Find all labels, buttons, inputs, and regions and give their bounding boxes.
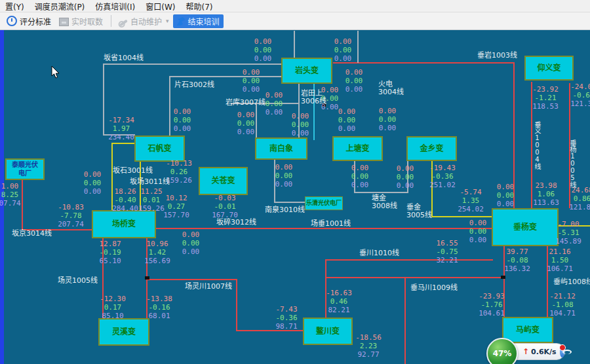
substation-shifan[interactable]: 石帆变 xyxy=(134,136,185,162)
reactive-power-value: 8.25 xyxy=(0,191,27,199)
toolbar-separator xyxy=(111,15,111,27)
substation-label: 南白象 xyxy=(269,144,293,154)
memory-sphere[interactable]: 47% xyxy=(486,338,518,364)
menu-bar: 置(Y)调度员潮流(P)仿真培训(I)窗口(W)帮助(7) xyxy=(0,0,590,12)
current-value: 0.00 xyxy=(229,128,263,136)
menu-item[interactable]: 置(Y) xyxy=(0,0,30,12)
menu-item[interactable]: 仿真培训(I) xyxy=(90,0,140,12)
substation-label: 石帆变 xyxy=(148,144,171,154)
flow-values: -7.00-5.31145.89 xyxy=(551,220,585,246)
reactive-power-value: 0.00 xyxy=(165,116,199,124)
substation-shangtang[interactable]: 上塘变 xyxy=(332,136,383,161)
substation-guancang[interactable]: 关苍变 xyxy=(199,167,248,195)
network-monitor-widget[interactable]: ↑ 0.6K/s 47% xyxy=(485,337,590,364)
substation-jinxiang[interactable]: 金乡变 xyxy=(406,136,457,161)
power-line-segment xyxy=(294,31,295,58)
current-value: 0.00 xyxy=(370,124,404,132)
current-value: 234.40 xyxy=(104,133,138,141)
flow-values: -17.341.97234.40 xyxy=(104,116,138,141)
reactive-power-value: 0.27 xyxy=(159,202,193,211)
reactive-power-value: 0.00 xyxy=(75,179,109,187)
current-value: 207.74 xyxy=(54,220,88,228)
flow-values: 10.120.27157.70 xyxy=(159,194,193,219)
active-power-value: -23.92 xyxy=(528,85,562,94)
substation-aochuan[interactable]: 鳌川变 xyxy=(303,318,353,345)
current-value: 0.00 xyxy=(343,181,377,189)
line-name-label: 垂金 3005线 xyxy=(406,204,432,219)
flow-values: -19.43-0.36251.02 xyxy=(425,164,460,189)
current-value: 98.71 xyxy=(269,322,304,331)
current-value: 121.38 xyxy=(566,100,590,108)
active-power-value: 1.00 xyxy=(0,182,27,191)
reactive-power-value: -0.60 xyxy=(566,91,590,100)
accelerate-ball-icon[interactable] xyxy=(560,346,564,357)
memory-percent: 47% xyxy=(493,349,512,358)
flow-values: -5.741.35254.02 xyxy=(454,188,488,213)
reactive-power-value: 0.00 xyxy=(234,77,268,85)
reactive-power-value: -0.19 xyxy=(93,248,127,257)
reactive-power-value: -7.78 xyxy=(54,211,88,220)
active-power-value: -7.00 xyxy=(551,220,585,228)
substation-chuiyang[interactable]: 垂杨变 xyxy=(492,208,559,246)
power-line-segment xyxy=(156,228,493,229)
current-value: 07.74 xyxy=(0,199,27,208)
flow-values: 0.000.000.00 xyxy=(174,230,208,256)
substation-taishun-pv[interactable]: 泰顺光伏电厂 xyxy=(5,158,45,180)
power-line-segment xyxy=(354,192,408,193)
flow-values: 0.000.000.00 xyxy=(388,164,422,190)
substation-nanbaixiang[interactable]: 南白象 xyxy=(255,137,307,160)
power-line-segment xyxy=(431,216,493,217)
substation-lingxi[interactable]: 灵溪变 xyxy=(98,318,149,346)
chevron-down-icon[interactable]: ▾ xyxy=(166,18,169,24)
reactive-power-value: 0.00 xyxy=(174,239,208,247)
menu-item[interactable]: 帮助(7) xyxy=(180,0,218,12)
active-power-value: 0.00 xyxy=(246,37,280,46)
line-name-label: 南泉3010线 xyxy=(265,206,305,214)
end-training-icon xyxy=(177,17,186,26)
active-power-value: -17.34 xyxy=(104,116,138,124)
flow-values: 0.000.000.00 xyxy=(488,183,522,208)
substation-yangyi[interactable]: 仰义变 xyxy=(524,56,574,81)
reactive-power-value: 0.86 xyxy=(565,194,590,203)
substation-changqiao[interactable]: 场桥变 xyxy=(92,210,156,238)
reactive-power-value: 0.00 xyxy=(229,119,263,128)
clock-icon xyxy=(7,16,17,26)
reactive-power-value: -1.76 xyxy=(475,300,509,309)
active-power-value: 0.00 xyxy=(388,164,422,173)
power-line-segment xyxy=(103,64,283,65)
current-value: 0.00 xyxy=(165,124,199,133)
current-value: 0.00 xyxy=(388,181,422,190)
current-value: 118.53 xyxy=(528,102,562,111)
current-value: 82.21 xyxy=(322,306,356,314)
toolbar-button[interactable]: 自动维护▾ xyxy=(115,14,173,28)
line-name-label: 垂川1010线 xyxy=(359,249,399,257)
menu-item[interactable]: 窗口(W) xyxy=(140,0,180,12)
substation-yantou[interactable]: 岩头变 xyxy=(281,58,332,84)
substation-label: 仰义变 xyxy=(537,64,560,73)
network-speed: 0.6K/s xyxy=(531,348,557,356)
current-value: 0.00 xyxy=(267,180,301,189)
active-power-value: 0.00 xyxy=(488,183,522,191)
power-line-segment xyxy=(501,276,505,279)
flow-values: 21.161.50106.71 xyxy=(543,247,577,273)
substation-yueqing-pv[interactable]: 乐清光伏电厂 xyxy=(305,196,343,210)
menu-item[interactable]: 调度员潮流(P) xyxy=(30,0,90,12)
active-power-value: 21.16 xyxy=(543,247,577,256)
current-value: 0.00 xyxy=(246,54,280,63)
reactive-power-value: 2.23 xyxy=(351,342,385,350)
flow-values: 1.008.2507.74 xyxy=(0,182,27,208)
active-power-value: 0.00 xyxy=(234,68,268,77)
line-name-label: 坂场3011线 xyxy=(130,178,170,186)
reactive-power-value: 1.35 xyxy=(454,196,488,205)
toolbar-button[interactable]: 评分标准 xyxy=(3,14,55,28)
active-power-value: -12.30 xyxy=(96,295,130,303)
toolbar-button[interactable]: 实时取数 xyxy=(55,14,107,28)
current-value: 68.01 xyxy=(142,312,176,320)
substation-label: 场桥变 xyxy=(112,219,136,229)
reactive-power-value: 0.17 xyxy=(96,303,130,312)
toolbar-button-label: 实时取数 xyxy=(71,16,103,27)
active-power-value: -5.74 xyxy=(454,188,488,196)
toolbar-button[interactable]: 结束培训 xyxy=(173,14,224,28)
reactive-power-value: -1.21 xyxy=(528,94,562,102)
active-power-value: 23.98 xyxy=(529,181,563,190)
